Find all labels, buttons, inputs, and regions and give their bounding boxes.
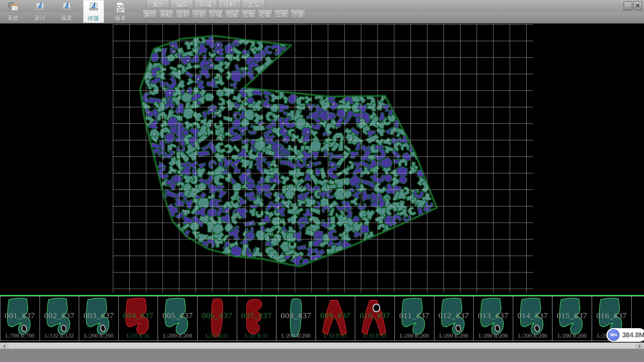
- scroll-left-button[interactable]: ‹: [0, 343, 9, 349]
- thumbnail-cell[interactable]: 015_#37L:200 R:200: [552, 296, 592, 341]
- tool-bar: 聚排相机选割全割区域瑕疵左靠右靠上靠下靠: [143, 10, 305, 19]
- thumbnail-cell[interactable]: 002_#37L:132 R:132: [40, 296, 79, 341]
- thumbnail-cell[interactable]: 004_#37L:31 R:31: [118, 296, 158, 341]
- nesting-canvas[interactable]: [0, 23, 644, 295]
- nav-label: 设置: [56, 15, 77, 22]
- tool-align-left[interactable]: 左靠: [241, 10, 256, 19]
- minimize-icon: ─: [624, 3, 632, 10]
- tool-defect[interactable]: 瑕疵: [225, 10, 239, 19]
- nesting-icon: [88, 9, 100, 14]
- menu-tab-region[interactable]: 区域: [194, 0, 217, 9]
- thumbnail-cell[interactable]: 011_#37L:200 R:200: [394, 296, 434, 341]
- thumbnail-cell[interactable]: 008_#37L:200 R:200: [276, 296, 316, 341]
- status-bar: [0, 349, 644, 362]
- tool-align-top[interactable]: 上靠: [274, 10, 289, 19]
- tool-select-cut[interactable]: 选割: [175, 10, 190, 19]
- thumbnail-cell[interactable]: 010_#37L:33 R:33: [355, 296, 395, 341]
- menu-tab-edit[interactable]: 编辑: [170, 0, 193, 9]
- progress-circle: 38%: [608, 329, 620, 341]
- close-icon: ×: [634, 1, 642, 10]
- tool-cluster-nest[interactable]: 聚排: [143, 10, 157, 19]
- piece-shape: [555, 297, 589, 339]
- nav-label: 报表: [110, 15, 131, 22]
- tool-region[interactable]: 区域: [208, 10, 223, 19]
- nav-label: 设计: [30, 15, 50, 22]
- thumbnail-cell[interactable]: 012_#37L:200 R:200: [434, 296, 474, 341]
- minimize-button[interactable]: ─: [624, 1, 632, 10]
- piece-shape: [43, 297, 76, 339]
- piece-shape: [3, 297, 37, 339]
- tool-align-bottom[interactable]: 下靠: [290, 10, 305, 19]
- report-icon: [114, 9, 126, 14]
- thumbnail-cell[interactable]: 014_#37L:200 R:200: [513, 296, 553, 341]
- thumbnail-cell[interactable]: 005_#37L:200 R:200: [158, 296, 198, 341]
- piece-shape: [397, 297, 431, 339]
- nesting-canvas-svg: [0, 23, 644, 295]
- scroll-right-button[interactable]: ›: [635, 343, 644, 349]
- nav-design-button[interactable]: 设计: [30, 0, 50, 23]
- piece-shape: [161, 297, 194, 339]
- menu-tab-interaction[interactable]: 交互: [242, 0, 265, 9]
- tool-camera[interactable]: 相机: [159, 10, 174, 19]
- piece-shape: [121, 297, 155, 339]
- h-scrollbar[interactable]: ‹ ›: [0, 343, 644, 349]
- memory-badge: 38% 384.8M: [606, 328, 644, 342]
- memory-value: 384.8M: [622, 328, 644, 342]
- menu-tab-bar: 属性编辑区域排料交互: [147, 0, 265, 9]
- nav-label: 排版: [83, 15, 104, 22]
- piece-shape: [358, 297, 391, 339]
- piece-shape: [437, 297, 471, 339]
- close-button[interactable]: ×: [633, 1, 642, 10]
- piece-shape: [240, 297, 273, 339]
- nav-label: 系统: [3, 15, 23, 22]
- piece-shape: [319, 297, 352, 339]
- toolbar: 系统设计设置排版报表 属性编辑区域排料交互 聚排相机选割全割区域瑕疵左靠右靠上靠…: [0, 0, 644, 24]
- settings-icon: [61, 9, 73, 14]
- piece-shape: [82, 297, 115, 339]
- menu-tab-nesting[interactable]: 排料: [218, 0, 241, 9]
- piece-shape: [516, 297, 549, 339]
- piece-shape: [279, 297, 313, 339]
- piece-shape: [200, 297, 234, 339]
- nav-settings-button[interactable]: 设置: [56, 0, 77, 23]
- tool-cut-all[interactable]: 全割: [192, 10, 207, 19]
- nav-system-button[interactable]: 系统: [3, 0, 23, 23]
- thumbnail-cell[interactable]: 009_#37L:32 R:31: [316, 296, 356, 341]
- progress-percent: 38%: [610, 333, 617, 337]
- design-icon: [34, 9, 46, 14]
- thumbnail-cell[interactable]: 007_#37L:31 R:31: [237, 296, 277, 341]
- nav-report-button[interactable]: 报表: [110, 0, 131, 23]
- thumbnail-cell[interactable]: 001_#37L:700 R:700: [0, 296, 40, 341]
- thumbnail-cell[interactable]: 006_#37L:21 R:21: [197, 296, 237, 341]
- thumbnail-strip: 001_#37L:700 R:700002_#37L:132 R:132003_…: [0, 296, 644, 343]
- thumbnail-cell[interactable]: 013_#37L:200 R:200: [473, 296, 513, 341]
- menu-tab-properties[interactable]: 属性: [147, 0, 169, 9]
- piece-shape: [476, 297, 510, 339]
- thumbnail-cell[interactable]: 003_#37L:200 R:200: [79, 296, 119, 341]
- tool-align-right[interactable]: 右靠: [258, 10, 272, 19]
- nav-nesting-button[interactable]: 排版: [83, 0, 104, 23]
- system-icon: [7, 9, 19, 14]
